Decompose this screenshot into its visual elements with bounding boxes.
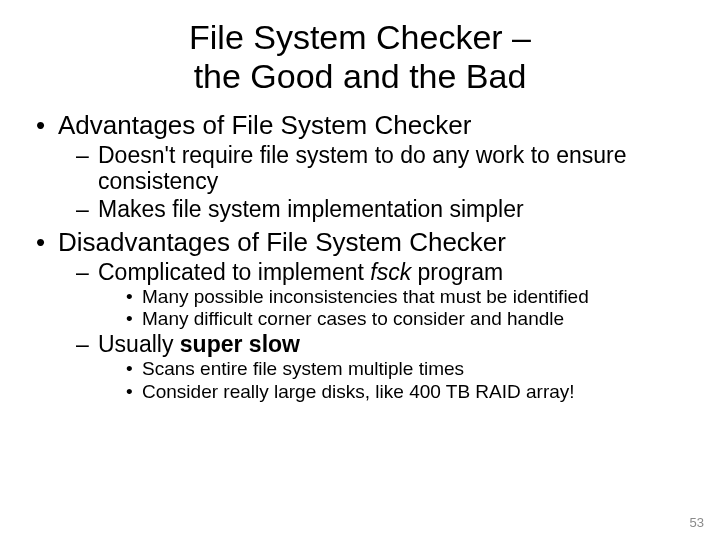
bullet-emphasis: fsck xyxy=(370,259,411,285)
bullet-text: Many possible inconsistencies that must … xyxy=(142,286,589,307)
bullet-text: Doesn't require file system to do any wo… xyxy=(98,142,627,194)
list-item: Many difficult corner cases to consider … xyxy=(98,308,690,330)
bullet-text: Complicated to implement xyxy=(98,259,370,285)
bullet-text: Disadvantages of File System Checker xyxy=(58,227,506,257)
page-number: 53 xyxy=(690,515,704,530)
list-item: Scans entire file system multiple times xyxy=(98,358,690,380)
list-item: Usually super slow Scans entire file sys… xyxy=(58,332,690,403)
slide: File System Checker – the Good and the B… xyxy=(0,0,720,540)
bullet-text: Usually xyxy=(98,331,180,357)
list-item: Complicated to implement fsck program Ma… xyxy=(58,260,690,331)
bullet-text: Makes file system implementation simpler xyxy=(98,196,524,222)
bullet-text: Many difficult corner cases to consider … xyxy=(142,308,564,329)
title-line-1: File System Checker – xyxy=(189,18,531,56)
bullet-text: Advantages of File System Checker xyxy=(58,110,471,140)
list-item: Doesn't require file system to do any wo… xyxy=(58,143,690,195)
bullet-text: program xyxy=(411,259,503,285)
list-item: Disadvantages of File System Checker Com… xyxy=(30,227,690,403)
list-item: Many possible inconsistencies that must … xyxy=(98,286,690,308)
list-item: Makes file system implementation simpler xyxy=(58,197,690,223)
title-line-2: the Good and the Bad xyxy=(194,57,527,95)
bullet-emphasis: super slow xyxy=(180,331,300,357)
bullet-text: Scans entire file system multiple times xyxy=(142,358,464,379)
bullet-text: Consider really large disks, like 400 TB… xyxy=(142,381,575,402)
slide-title: File System Checker – the Good and the B… xyxy=(0,0,720,96)
list-item: Advantages of File System Checker Doesn'… xyxy=(30,110,690,222)
list-item: Consider really large disks, like 400 TB… xyxy=(98,381,690,403)
slide-body: Advantages of File System Checker Doesn'… xyxy=(0,96,720,403)
